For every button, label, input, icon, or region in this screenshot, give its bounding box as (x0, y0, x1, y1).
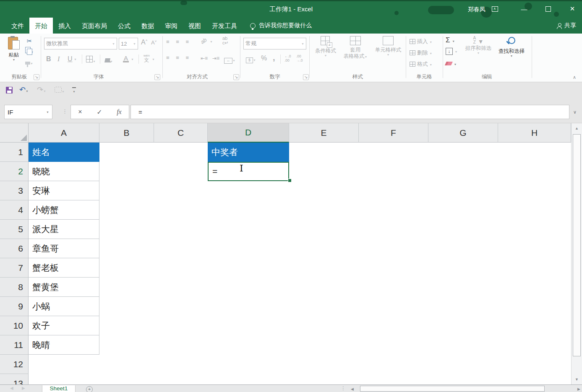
cell-a11[interactable]: 晚晴 (29, 335, 99, 355)
number-format-combo[interactable]: 常规▼ (243, 38, 306, 49)
column-header-f[interactable]: F (359, 123, 428, 143)
formula-input[interactable]: = (130, 105, 569, 119)
insert-function-button[interactable]: fx (117, 108, 122, 116)
tab-scrollbar-splitter[interactable]: ⋮ (341, 385, 346, 391)
tab-page-layout[interactable]: 页面布局 (76, 18, 112, 34)
cell-a2[interactable]: 晓晓 (29, 162, 99, 181)
row-header-7[interactable]: 7 (0, 258, 29, 278)
find-select-button[interactable]: 查找和选择 ▼ (495, 35, 528, 57)
fill-button[interactable]: ↓ ▼ (446, 47, 457, 55)
row-header-2[interactable]: 2 (0, 162, 29, 181)
accounting-format-button[interactable]: $▼ (246, 55, 256, 63)
format-painter-button[interactable]: ▼ (25, 59, 33, 66)
autosum-button[interactable]: Σ ▼ (446, 36, 455, 44)
font-color-dropdown-arrow[interactable]: ▼ (131, 58, 134, 61)
fill-color-button[interactable]: ▼ (105, 57, 113, 64)
new-sheet-button[interactable]: + (86, 386, 93, 392)
tab-view[interactable]: 视图 (183, 18, 206, 34)
horizontal-scrollbar-thumb[interactable] (360, 386, 545, 392)
delete-cells-button[interactable]: 删除 ▼ (410, 49, 432, 57)
sheet-tab-sheet1[interactable]: Sheet1 (42, 385, 76, 392)
format-as-table-button[interactable]: 套用表格格式▼ (341, 36, 370, 60)
redo-button[interactable]: ↷▼ (37, 85, 46, 94)
row-header-4[interactable]: 4 (0, 200, 29, 220)
cell-a4[interactable]: 小螃蟹 (29, 200, 99, 220)
cell-a10[interactable]: 欢子 (29, 316, 99, 335)
orientation-dropdown-arrow[interactable]: ▼ (210, 40, 213, 43)
column-header-b[interactable]: B (99, 123, 154, 143)
tab-data[interactable]: 数据 (136, 18, 159, 34)
name-box[interactable]: IF ▼ (4, 105, 52, 119)
minimize-button[interactable]: — (514, 0, 534, 18)
vertical-scrollbar[interactable]: ▲ ▼ (571, 123, 582, 384)
column-header-h[interactable]: H (498, 123, 571, 143)
font-name-combo[interactable]: 微软雅黑▼ (44, 38, 117, 49)
row-header-10[interactable]: 10 (0, 316, 29, 335)
underline-button[interactable]: U (68, 55, 73, 63)
insert-cells-button[interactable]: 插入 ▼ (410, 38, 432, 45)
font-dialog-launcher[interactable]: ↘ (154, 74, 160, 80)
share-button[interactable]: 共享 (557, 18, 576, 34)
cell-a7[interactable]: 蟹老板 (29, 258, 99, 278)
cut-button[interactable]: ✂ (24, 37, 34, 45)
tab-file[interactable]: 文件 (6, 18, 29, 34)
phonetic-dropdown-arrow[interactable]: ▼ (152, 58, 155, 61)
cell-a9[interactable]: 小蜗 (29, 297, 99, 316)
tab-review[interactable]: 审阅 (159, 18, 183, 34)
horizontal-align-buttons[interactable]: ≡ ≡ ≡ (166, 55, 191, 61)
grow-font-button[interactable]: A˄ (141, 39, 147, 46)
row-header-6[interactable]: 6 (0, 239, 29, 258)
row-header-11[interactable]: 11 (0, 335, 29, 355)
decrease-indent-button[interactable]: ⇤≡ (201, 55, 208, 61)
cell-a8[interactable]: 蟹黄堡 (29, 278, 99, 297)
cell-d1[interactable]: 中奖者 (208, 143, 289, 162)
row-header-3[interactable]: 3 (0, 181, 29, 200)
sheet-nav-next-button[interactable]: ▶ (22, 386, 25, 390)
format-cells-button[interactable]: 格式 ▼ (410, 60, 432, 68)
tab-insert[interactable]: 插入 (53, 18, 76, 34)
clipboard-dialog-launcher[interactable]: ↘ (34, 74, 39, 80)
sheet-nav-prev-button[interactable]: ◀ (10, 386, 13, 390)
font-color-button[interactable]: A (123, 55, 129, 62)
copy-button[interactable]: ▼ (25, 47, 34, 55)
expand-formula-bar-button[interactable]: ∨ (570, 105, 580, 119)
merge-center-button[interactable]: ↔▼ (224, 56, 235, 64)
font-size-combo[interactable]: 12▼ (119, 38, 138, 49)
alignment-dialog-launcher[interactable]: ↘ (233, 74, 239, 80)
custom-tool-button[interactable]: ▼ (55, 87, 65, 94)
row-header-5[interactable]: 5 (0, 220, 29, 239)
row-header-12[interactable]: 12 (0, 355, 29, 374)
paste-button[interactable]: 粘贴 ▼ (4, 36, 23, 70)
column-header-c[interactable]: C (154, 123, 208, 143)
sort-filter-button[interactable]: AZ ▼ 排序和筛选 ▼ (463, 36, 493, 55)
wrap-text-button[interactable]: abc↵ (222, 36, 229, 45)
undo-button[interactable]: ↶▼ (19, 85, 29, 94)
tab-home[interactable]: 开始 (29, 18, 53, 34)
shrink-font-button[interactable]: A˅ (151, 39, 157, 46)
clear-button[interactable]: ▼ (446, 60, 457, 67)
percent-style-button[interactable]: % (261, 55, 267, 62)
row-header-8[interactable]: 8 (0, 278, 29, 297)
scroll-up-button[interactable]: ▲ (572, 123, 582, 133)
scroll-down-button[interactable]: ▼ (572, 374, 582, 384)
underline-dropdown-arrow[interactable]: ▼ (74, 58, 77, 61)
scroll-right-button[interactable]: ▶ (577, 387, 580, 391)
orientation-button[interactable]: ab (199, 36, 208, 45)
borders-button[interactable]: ▼ (86, 56, 96, 64)
save-button[interactable] (6, 87, 13, 93)
increase-indent-button[interactable]: ⇥≡ (212, 55, 219, 61)
tell-me-box[interactable]: 告诉我你想要做什么 (250, 18, 312, 34)
cell-a5[interactable]: 派大星 (29, 220, 99, 239)
maximize-button[interactable] (538, 0, 558, 18)
name-box-dropdown-arrow[interactable]: ▼ (46, 111, 49, 114)
cancel-entry-button[interactable]: × (78, 108, 82, 116)
fill-handle[interactable] (288, 179, 292, 182)
cell-styles-button[interactable]: 单元格样式 ▼ (372, 36, 405, 56)
column-header-d[interactable]: D (208, 123, 289, 143)
bold-button[interactable]: B (46, 55, 51, 63)
row-header-1[interactable]: 1 (0, 143, 29, 162)
cell-d2-editing[interactable]: = (208, 162, 289, 181)
italic-button[interactable]: I (57, 55, 60, 63)
phonetic-guide-button[interactable]: wén 文 (144, 54, 150, 62)
horizontal-scrollbar[interactable]: ◀ ▶ (348, 385, 582, 392)
